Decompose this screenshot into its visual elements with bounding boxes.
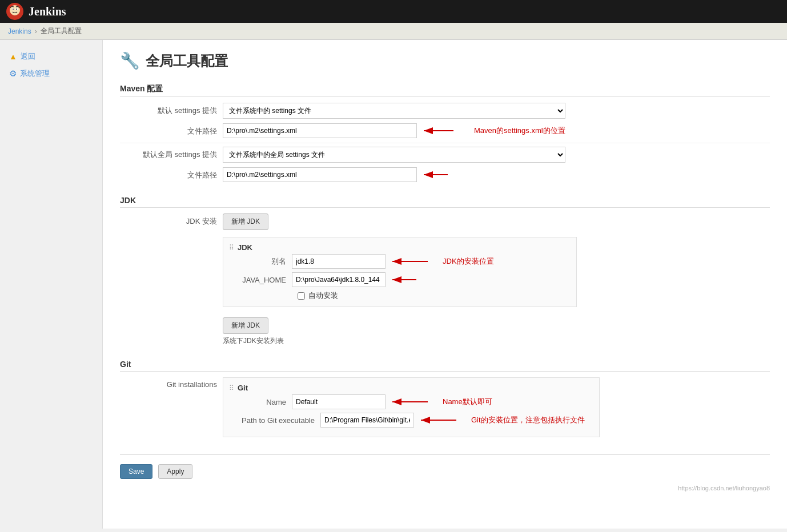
- git-section: Git Git installations ⠿ Git Name: [120, 360, 770, 437]
- arrow-javahome-svg: [388, 273, 422, 287]
- maven-filepath1-label: 文件路径: [120, 123, 223, 136]
- git-name-annotated: Name默认即可: [292, 394, 492, 409]
- git-name-annotation: Name默认即可: [443, 397, 492, 407]
- arrow-git-path-svg: [416, 413, 462, 427]
- system-list-text: 系统下JDK安装列表: [223, 336, 770, 346]
- breadcrumb-current: 全局工具配置: [41, 26, 82, 36]
- jdk-entry-label: JDK: [238, 243, 252, 252]
- sidebar: ▲ 返回 ⚙ 系统管理: [0, 40, 103, 529]
- maven-section-title: Maven 配置: [120, 84, 770, 97]
- global-settings-control: 文件系统中的全局 settings 文件: [223, 147, 770, 163]
- arrow1-svg: [419, 124, 465, 138]
- arrow-jdk-svg: [388, 255, 433, 268]
- jdk-install-control: 新增 JDK ⠿ JDK 别名: [223, 213, 770, 346]
- sidebar-sysadmin-link[interactable]: 系统管理: [20, 68, 50, 79]
- git-name-label: Name: [229, 398, 292, 406]
- maven-section: Maven 配置 默认 settings 提供 文件系统中的 settings …: [120, 84, 770, 182]
- sidebar-back-link[interactable]: 返回: [21, 51, 35, 62]
- maven-filepath1-row: 文件路径 Mave: [120, 123, 770, 138]
- page-title-icon: 🔧: [120, 51, 140, 70]
- app-title: Jenkins: [29, 5, 66, 18]
- git-installations-row: Git installations ⠿ Git Name: [120, 377, 770, 437]
- git-drag-handle-icon: ⠿: [229, 384, 234, 392]
- auto-install-checkbox[interactable]: [298, 292, 305, 300]
- git-path-annotated: Git的安装位置，注意包括执行文件: [320, 413, 585, 428]
- jenkins-logo-icon: [6, 2, 24, 21]
- footer-watermark: https://blog.csdn.net/liuhongyao8: [120, 485, 770, 491]
- git-path-row: Path to Git executable: [229, 413, 593, 428]
- maven-filepath1-control: Maven的settings.xml的位置: [223, 123, 770, 138]
- javahome-row: JAVA_HOME: [229, 272, 571, 287]
- git-path-input[interactable]: [320, 413, 414, 428]
- global-settings-select[interactable]: 文件系统中的全局 settings 文件: [223, 147, 565, 163]
- breadcrumb-home[interactable]: Jenkins: [8, 27, 31, 35]
- jdk-label-row: ⠿ JDK: [229, 243, 571, 252]
- maven-filepath2-input[interactable]: [223, 167, 417, 182]
- logo-area: Jenkins: [6, 2, 66, 21]
- global-settings-label: 默认全局 settings 提供: [120, 147, 223, 160]
- git-installations-label: Git installations: [120, 377, 223, 389]
- javahome-input[interactable]: [292, 272, 386, 287]
- maven-filepath2-control: [223, 167, 770, 182]
- svg-point-5: [16, 9, 17, 10]
- auto-install-label: 自动安装: [308, 291, 338, 301]
- alias-row: 别名: [229, 254, 571, 269]
- git-name-row: Name: [229, 394, 593, 409]
- main-layout: ▲ 返回 ⚙ 系统管理 🔧 全局工具配置 Maven 配置 默认 setting…: [0, 40, 787, 529]
- jdk-install-row: JDK 安装 新增 JDK ⠿ JDK 别名: [120, 213, 770, 346]
- git-section-title: Git: [120, 360, 770, 372]
- jdk-entry: ⠿ JDK 别名: [223, 237, 577, 307]
- default-settings-control: 文件系统中的 settings 文件: [223, 103, 770, 119]
- jdk-section: JDK JDK 安装 新增 JDK ⠿ JDK: [120, 196, 770, 346]
- maven-filepath2-annotated: [223, 167, 770, 182]
- jdk-section-title: JDK: [120, 196, 770, 208]
- git-entry: ⠿ Git Name: [223, 377, 600, 437]
- git-installations-control: ⠿ Git Name: [223, 377, 770, 437]
- arrow-git-name-svg: [388, 395, 433, 409]
- breadcrumb: Jenkins › 全局工具配置: [0, 23, 787, 40]
- alias-label: 别名: [229, 256, 292, 267]
- git-entry-label: Git: [238, 384, 248, 392]
- maven-annotation1: Maven的settings.xml的位置: [474, 126, 565, 136]
- add-jdk-button2[interactable]: 新增 JDK: [223, 317, 268, 334]
- gear-icon: ⚙: [9, 68, 17, 79]
- git-label-row: ⠿ Git: [229, 384, 593, 392]
- sidebar-item-sysadmin[interactable]: ⚙ 系统管理: [6, 66, 97, 81]
- javahome-label: JAVA_HOME: [229, 276, 292, 284]
- content-area: 🔧 全局工具配置 Maven 配置 默认 settings 提供 文件系统中的 …: [103, 40, 787, 529]
- arrow2-svg: [419, 168, 453, 182]
- sidebar-item-back[interactable]: ▲ 返回: [6, 49, 97, 64]
- back-icon: ▲: [9, 52, 17, 61]
- git-path-annotation: Git的安装位置，注意包括执行文件: [471, 415, 585, 425]
- jdk-install-label: JDK 安装: [120, 213, 223, 227]
- maven-filepath1-input[interactable]: [223, 123, 417, 138]
- default-settings-select[interactable]: 文件系统中的 settings 文件: [223, 103, 565, 119]
- git-path-label: Path to Git executable: [229, 416, 320, 425]
- default-settings-row: 默认 settings 提供 文件系统中的 settings 文件: [120, 103, 770, 119]
- page-title-row: 🔧 全局工具配置: [120, 51, 770, 70]
- global-settings-row: 默认全局 settings 提供 文件系统中的全局 settings 文件: [120, 147, 770, 163]
- maven-filepath2-label: 文件路径: [120, 167, 223, 180]
- jdk-annotation: JDK的安装位置: [443, 256, 494, 267]
- alias-input[interactable]: [292, 254, 386, 269]
- auto-install-row: 自动安装: [298, 291, 571, 301]
- svg-point-4: [13, 9, 14, 10]
- drag-handle-icon: ⠿: [229, 244, 234, 252]
- maven-filepath2-row: 文件路径: [120, 167, 770, 182]
- save-button[interactable]: Save: [120, 464, 152, 479]
- apply-button[interactable]: Apply: [158, 464, 192, 479]
- footer-buttons: Save Apply: [120, 454, 770, 479]
- add-jdk-button[interactable]: 新增 JDK: [223, 213, 268, 230]
- jdk-add2-row: 新增 JDK 系统下JDK安装列表: [223, 317, 770, 346]
- page-title: 全局工具配置: [146, 52, 228, 70]
- maven-filepath1-annotated: Maven的settings.xml的位置: [223, 123, 770, 138]
- git-name-input[interactable]: [292, 394, 386, 409]
- header: Jenkins: [0, 0, 787, 23]
- breadcrumb-separator: ›: [35, 27, 37, 35]
- alias-annotated: JDK的安装位置: [292, 254, 494, 269]
- javahome-annotated: [292, 272, 422, 287]
- default-settings-label: 默认 settings 提供: [120, 103, 223, 116]
